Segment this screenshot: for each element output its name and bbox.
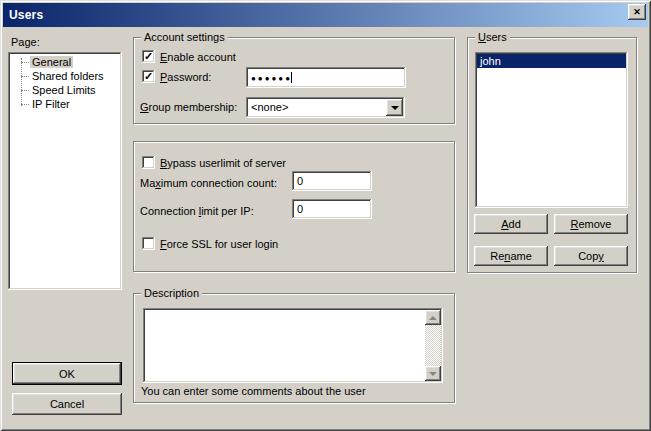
list-item-john[interactable]: john (477, 54, 626, 68)
text-caret (291, 72, 292, 83)
enable-account-checkbox[interactable] (142, 50, 155, 63)
add-button[interactable]: Add (474, 214, 548, 234)
tree-item-shared-folders[interactable]: Shared folders (8, 69, 122, 83)
description-textarea[interactable] (143, 308, 443, 383)
cancel-button[interactable]: Cancel (12, 393, 122, 415)
users-dialog: Users ✕ Page: General Shared folders Spe… (0, 0, 651, 431)
scroll-up-icon[interactable] (425, 310, 441, 325)
tree-item-speed-limits[interactable]: Speed Limits (8, 83, 122, 97)
ip-limit-label: Connection limit per IP: (140, 205, 254, 217)
ip-limit-input[interactable]: 0 (292, 199, 372, 219)
page-label: Page: (11, 36, 40, 48)
scroll-down-icon[interactable] (425, 366, 441, 381)
force-ssl-label[interactable]: Force SSL for user login (160, 238, 278, 250)
max-connections-input[interactable]: 0 (292, 171, 372, 191)
window-title: Users (9, 8, 43, 22)
description-caption: Description (141, 287, 202, 299)
page-tree[interactable]: General Shared folders Speed Limits IP F… (8, 52, 122, 290)
tree-item-ip-filter[interactable]: IP Filter (8, 97, 122, 111)
force-ssl-checkbox[interactable] (142, 237, 155, 250)
users-caption: Users (475, 31, 510, 43)
chevron-down-icon[interactable] (386, 99, 403, 116)
users-list[interactable]: john (475, 52, 628, 208)
enable-account-label[interactable]: Enable account (160, 51, 236, 63)
account-settings-caption: Account settings (141, 31, 228, 43)
rename-button[interactable]: Rename (474, 246, 548, 266)
tree-item-general[interactable]: General (8, 55, 122, 69)
ok-button[interactable]: OK (12, 362, 122, 385)
bypass-userlimit-label[interactable]: Bypass userlimit of server (160, 157, 286, 169)
group-membership-select[interactable]: <none> (246, 97, 405, 118)
vertical-scrollbar[interactable] (425, 310, 441, 381)
remove-button[interactable]: Remove (554, 214, 628, 234)
group-membership-label: Group membership: (140, 101, 237, 113)
description-hint: You can enter some comments about the us… (141, 385, 366, 397)
max-connections-label: Maximum connection count: (140, 177, 277, 189)
close-icon[interactable]: ✕ (628, 4, 646, 20)
title-bar: Users (3, 3, 648, 27)
bypass-userlimit-checkbox[interactable] (142, 156, 155, 169)
password-label[interactable]: Password: (160, 71, 211, 83)
password-input[interactable]: ●●●●●● (246, 67, 406, 88)
password-checkbox[interactable] (142, 70, 155, 83)
copy-button[interactable]: Copy (554, 246, 628, 266)
